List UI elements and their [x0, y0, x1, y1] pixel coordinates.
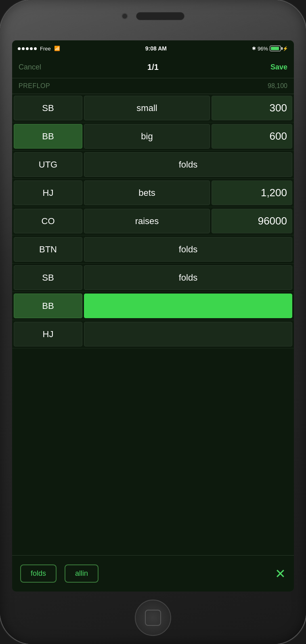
battery-fill: [271, 47, 279, 50]
action-cell-5[interactable]: folds: [84, 237, 292, 262]
status-right: ✱ 96% ⚡: [252, 46, 288, 52]
camera: [122, 13, 128, 19]
phone-frame: Free 📶 9:08 AM ✱ 96% ⚡ Cancel: [0, 0, 306, 644]
status-left: Free 📶: [18, 46, 60, 52]
section-header: PREFLOP 98,100: [12, 78, 294, 94]
action-cell-8[interactable]: [84, 322, 292, 346]
signal-dots: [18, 47, 37, 50]
player-cell-0[interactable]: SB: [14, 96, 82, 120]
save-button[interactable]: Save: [255, 63, 287, 71]
action-cell-0[interactable]: small: [84, 96, 210, 120]
close-button[interactable]: ✕: [275, 566, 286, 581]
player-cell-7[interactable]: BB: [14, 294, 82, 318]
amount-cell-1: 600: [212, 124, 292, 149]
player-cell-6[interactable]: SB: [14, 265, 82, 290]
amount-cell-0: 300: [212, 96, 292, 120]
charging-icon: ⚡: [283, 46, 288, 51]
cancel-button[interactable]: Cancel: [19, 63, 51, 71]
action-rows: SBsmall300BBbig600UTGfoldsHJbets1,200COr…: [12, 94, 294, 555]
battery-icon: [270, 46, 281, 51]
section-title: PREFLOP: [19, 82, 50, 90]
speaker: [136, 12, 184, 20]
allin-button[interactable]: allin: [65, 564, 99, 583]
battery-container: [270, 46, 281, 51]
battery-percent: 96%: [258, 46, 268, 52]
action-row[interactable]: HJ: [12, 320, 294, 348]
action-row[interactable]: BTNfolds: [12, 235, 294, 264]
bluetooth-icon: ✱: [252, 46, 256, 51]
signal-dot-1: [18, 47, 21, 50]
action-row[interactable]: UTGfolds: [12, 151, 294, 179]
action-row[interactable]: COraises96000: [12, 207, 294, 235]
action-cell-6[interactable]: folds: [84, 265, 292, 290]
home-button[interactable]: [135, 600, 171, 636]
section-total: 98,100: [268, 82, 287, 90]
status-bar: Free 📶 9:08 AM ✱ 96% ⚡: [12, 40, 294, 57]
signal-dot-2: [22, 47, 25, 50]
player-cell-8[interactable]: HJ: [14, 322, 82, 346]
action-cell-7[interactable]: [84, 294, 292, 318]
action-cell-1[interactable]: big: [84, 124, 210, 149]
player-cell-1[interactable]: BB: [14, 124, 82, 149]
action-row[interactable]: HJbets1,200: [12, 179, 294, 207]
player-cell-5[interactable]: BTN: [14, 237, 82, 262]
action-row[interactable]: BBbig600: [12, 122, 294, 151]
player-cell-2[interactable]: UTG: [14, 152, 82, 177]
nav-title: 1/1: [51, 63, 255, 72]
home-button-inner: [145, 610, 161, 626]
folds-button[interactable]: folds: [20, 564, 57, 583]
phone-screen: Free 📶 9:08 AM ✱ 96% ⚡ Cancel: [12, 40, 294, 592]
wifi-icon: 📶: [54, 46, 60, 51]
signal-dot-5: [34, 47, 37, 50]
phone-top-bar: [0, 12, 306, 20]
player-cell-4[interactable]: CO: [14, 209, 82, 233]
amount-cell-4: 96000: [212, 209, 292, 233]
player-cell-3[interactable]: HJ: [14, 180, 82, 205]
action-cell-2[interactable]: folds: [84, 152, 292, 177]
action-cell-3[interactable]: bets: [84, 180, 210, 205]
signal-dot-4: [30, 47, 33, 50]
nav-bar: Cancel 1/1 Save: [12, 57, 294, 78]
bottom-toolbar: folds allin ✕: [12, 555, 294, 592]
status-time: 9:08 AM: [60, 45, 252, 52]
screen-content: Free 📶 9:08 AM ✱ 96% ⚡ Cancel: [12, 40, 294, 592]
signal-dot-3: [26, 47, 29, 50]
action-row[interactable]: BB: [12, 292, 294, 320]
action-row[interactable]: SBfolds: [12, 264, 294, 292]
amount-cell-3: 1,200: [212, 180, 292, 205]
action-row[interactable]: SBsmall300: [12, 94, 294, 122]
carrier-label: Free: [40, 46, 51, 52]
action-cell-4[interactable]: raises: [84, 209, 210, 233]
